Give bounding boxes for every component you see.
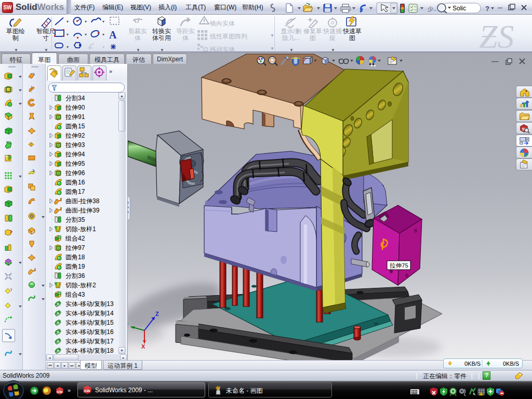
svg-text:圆角15: 圆角15 [65, 123, 85, 130]
svg-text:圆角17: 圆角17 [65, 188, 85, 195]
svg-text:0KB/S: 0KB/S [503, 361, 519, 367]
svg-text:分割36: 分割36 [65, 272, 85, 280]
svg-text:▾: ▾ [102, 45, 104, 49]
svg-text:实体-移动/复制16: 实体-移动/复制16 [65, 328, 114, 336]
svg-text:实体-移动/复制13: 实体-移动/复制13 [65, 300, 114, 308]
svg-text:拉伸90: 拉伸90 [65, 104, 85, 111]
svg-text:▾: ▾ [85, 19, 87, 24]
svg-text:拉伸92: 拉伸92 [65, 132, 85, 139]
svg-text:拉伸91: 拉伸91 [65, 113, 85, 121]
svg-text:曲面-拉伸39: 曲面-拉伸39 [65, 207, 100, 214]
svg-text:A: A [109, 29, 117, 41]
svg-text:X: X [141, 343, 145, 350]
svg-text:实体-移动/复制14: 实体-移动/复制14 [65, 310, 114, 317]
svg-text:拉伸97: 拉伸97 [65, 244, 85, 251]
svg-text:拉伸94: 拉伸94 [65, 151, 85, 158]
svg-text:»: » [68, 387, 71, 393]
svg-text:拉伸93: 拉伸93 [65, 141, 85, 149]
svg-text:圆角18: 圆角18 [65, 254, 85, 261]
svg-text:0KB/S: 0KB/S [464, 361, 481, 367]
svg-text:实体-移动/复制15: 实体-移动/复制15 [65, 319, 114, 326]
svg-text:分割34: 分割34 [65, 95, 85, 102]
svg-text:▾: ▾ [66, 32, 69, 37]
svg-text:Solic: Solic [453, 5, 466, 12]
svg-text:▾: ▾ [66, 19, 69, 24]
svg-text:ƵS: ƵS [479, 18, 514, 52]
svg-text:?: ? [485, 5, 489, 12]
svg-text:SW: SW [57, 390, 63, 394]
svg-text:切除-放样2: 切除-放样2 [65, 282, 96, 289]
svg-text:切除-放样1: 切除-放样1 [65, 225, 96, 233]
svg-text:拉伸95: 拉伸95 [65, 160, 85, 167]
svg-text:曲面-拉伸38: 曲面-拉伸38 [65, 197, 100, 205]
svg-text:▾: ▾ [102, 19, 104, 24]
svg-text:─: ─ [497, 4, 503, 11]
svg-text:拉伸75: 拉伸75 [389, 262, 408, 269]
svg-text:组合42: 组合42 [65, 235, 85, 242]
svg-text:SW: SW [84, 389, 90, 393]
svg-text:▾: ▾ [85, 32, 87, 37]
svg-text:实体-移动/复制18: 实体-移动/复制18 [65, 347, 114, 354]
svg-text:组合43: 组合43 [65, 291, 85, 298]
svg-text:实体-移动/复制17: 实体-移动/复制17 [65, 338, 114, 345]
svg-text:▾: ▾ [66, 45, 69, 49]
svg-text:圆角16: 圆角16 [65, 179, 85, 186]
svg-text:▾: ▾ [102, 32, 104, 37]
svg-text:分割35: 分割35 [65, 216, 85, 223]
svg-text:拉伸96: 拉伸96 [65, 169, 85, 177]
svg-text:Z: Z [155, 311, 159, 317]
svg-text:圆角19: 圆角19 [65, 263, 85, 270]
